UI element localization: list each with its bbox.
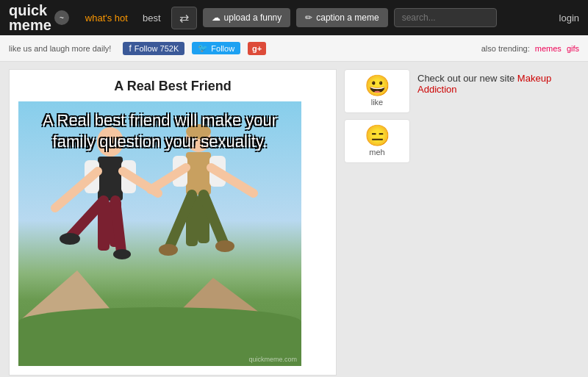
trending-memes-link[interactable]: memes <box>535 44 562 53</box>
svg-point-24 <box>215 240 234 252</box>
like-button[interactable]: 😀 like <box>344 69 410 113</box>
reaction-sidebar: 😀 like 😑 meh <box>344 69 410 376</box>
right-panel: Check out our new site Makeup Addiction <box>417 69 579 376</box>
like-label: like <box>371 98 384 107</box>
makeup-ad: Check out our new site Makeup Addiction <box>417 73 579 95</box>
content-area: A Real Best Friend <box>9 69 337 376</box>
trending-gifs-link[interactable]: gifs <box>567 44 579 53</box>
svg-point-11 <box>113 249 131 259</box>
main-content: A Real Best Friend <box>0 62 588 377</box>
watermark: quickmeme.com <box>248 356 297 363</box>
search-input[interactable] <box>394 8 497 27</box>
header: quick meme ~ what's hot best ⇄ ☁ upload … <box>0 0 588 35</box>
gplus-button[interactable]: g+ <box>248 42 266 55</box>
nav-best[interactable]: best <box>138 10 165 26</box>
upload-button[interactable]: ☁ upload a funny <box>203 8 291 27</box>
svg-point-10 <box>60 233 80 245</box>
svg-point-23 <box>159 244 178 256</box>
nav-whats-hot[interactable]: what's hot <box>81 10 132 26</box>
svg-rect-1 <box>98 157 123 201</box>
trending-section: also trending: memes gifs <box>481 44 579 53</box>
meme-image-background: A Real best friend will make your family… <box>18 101 301 366</box>
logo-icon: ~ <box>54 10 69 25</box>
shuffle-button[interactable]: ⇄ <box>171 7 197 29</box>
upload-icon: ☁ <box>212 12 220 23</box>
subheader: like us and laugh more daily! f Follow 7… <box>0 35 588 62</box>
meme-image-container: A Real best friend will make your family… <box>18 101 327 366</box>
facebook-icon: f <box>129 43 131 54</box>
twitter-follow-button[interactable]: 🐦 Follow <box>192 42 240 54</box>
meme-people-figure <box>40 120 283 326</box>
meh-button[interactable]: 😑 meh <box>344 119 410 163</box>
subheader-tagline: like us and laugh more daily! <box>9 44 111 53</box>
meh-label: meh <box>369 148 384 157</box>
caption-icon: ✏ <box>305 12 312 23</box>
twitter-icon: 🐦 <box>198 43 208 53</box>
logo-text: quick meme <box>9 3 51 32</box>
meme-title: A Real Best Friend <box>18 79 327 94</box>
caption-button[interactable]: ✏ caption a meme <box>296 8 387 27</box>
svg-point-13 <box>186 124 211 139</box>
svg-line-9 <box>115 201 121 252</box>
logo-area[interactable]: quick meme ~ <box>9 3 69 32</box>
gplus-icon: g+ <box>252 44 262 53</box>
login-link[interactable]: login <box>559 12 579 24</box>
meh-emoji: 😑 <box>365 126 390 146</box>
facebook-follow-button[interactable]: f Follow 752K <box>123 42 184 55</box>
shuffle-icon: ⇄ <box>179 12 189 24</box>
svg-rect-14 <box>186 152 211 195</box>
like-emoji: 😀 <box>365 76 390 96</box>
svg-point-0 <box>97 127 123 157</box>
